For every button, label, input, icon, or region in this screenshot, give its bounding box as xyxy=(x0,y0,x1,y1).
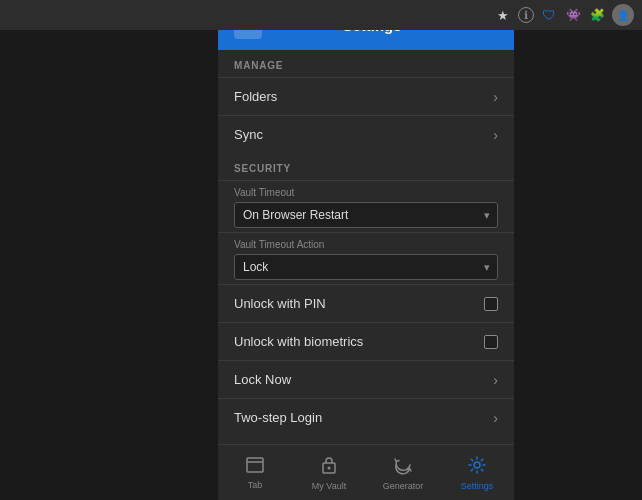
folders-chevron-icon: › xyxy=(493,89,498,105)
nav-my-vault[interactable]: My Vault xyxy=(292,445,366,500)
lock-now-label: Lock Now xyxy=(234,372,493,387)
vault-nav-icon xyxy=(321,455,337,478)
unlock-biometrics-label: Unlock with biometrics xyxy=(234,334,484,349)
extension1-icon[interactable]: 👾 xyxy=(564,6,582,24)
unlock-biometrics-row[interactable]: Unlock with biometrics xyxy=(218,322,514,360)
vault-timeout-action-group: Vault Timeout Action Lock Log Out xyxy=(218,232,514,284)
two-step-login-row[interactable]: Two-step Login › xyxy=(218,398,514,436)
unlock-pin-row[interactable]: Unlock with PIN xyxy=(218,284,514,322)
sync-chevron-icon: › xyxy=(493,127,498,143)
lock-now-row[interactable]: Lock Now › xyxy=(218,360,514,398)
background-right xyxy=(514,0,642,500)
vault-timeout-select[interactable]: On Browser Restart 1 Minute 5 Minutes 15… xyxy=(234,202,498,228)
puzzle-icon[interactable]: 🧩 xyxy=(588,6,606,24)
unlock-pin-label: Unlock with PIN xyxy=(234,296,484,311)
vault-timeout-group: Vault Timeout On Browser Restart 1 Minut… xyxy=(218,180,514,232)
browser-toolbar: ★ ℹ 🛡 👾 🧩 👤 xyxy=(0,0,642,30)
vault-timeout-select-wrapper: On Browser Restart 1 Minute 5 Minutes 15… xyxy=(234,202,498,228)
security-section-label: SECURITY xyxy=(218,153,514,180)
bottom-nav: Tab My Vault Generator xyxy=(218,444,514,500)
settings-content: MANAGE Folders › Sync › SECURITY Vault T… xyxy=(218,50,514,444)
two-step-login-label: Two-step Login xyxy=(234,410,493,425)
generator-nav-label: Generator xyxy=(383,481,424,491)
svg-point-4 xyxy=(474,462,480,468)
sync-row[interactable]: Sync › xyxy=(218,115,514,153)
settings-nav-label: Settings xyxy=(461,481,494,491)
vault-nav-label: My Vault xyxy=(312,481,346,491)
vault-timeout-action-select[interactable]: Lock Log Out xyxy=(234,254,498,280)
tab-nav-icon xyxy=(245,456,265,477)
account-section-label: ACCOUNT xyxy=(218,436,514,444)
shield-toolbar-icon[interactable]: 🛡 xyxy=(540,6,558,24)
folders-label: Folders xyxy=(234,89,493,104)
vault-timeout-action-label: Vault Timeout Action xyxy=(234,239,498,250)
svg-point-3 xyxy=(328,466,331,469)
generator-nav-icon xyxy=(393,455,413,478)
sync-label: Sync xyxy=(234,127,493,142)
nav-settings[interactable]: Settings xyxy=(440,445,514,500)
folders-row[interactable]: Folders › xyxy=(218,77,514,115)
nav-generator[interactable]: Generator xyxy=(366,445,440,500)
info-toolbar-icon[interactable]: ℹ xyxy=(518,7,534,23)
unlock-biometrics-checkbox[interactable] xyxy=(484,335,498,349)
user-avatar[interactable]: 👤 xyxy=(612,4,634,26)
background-left xyxy=(0,0,218,500)
lock-now-chevron-icon: › xyxy=(493,372,498,388)
settings-nav-icon xyxy=(467,455,487,478)
settings-panel: ↩ Settings MANAGE Folders › Sync › SECUR… xyxy=(218,0,514,500)
two-step-login-chevron-icon: › xyxy=(493,410,498,426)
vault-timeout-action-select-wrapper: Lock Log Out xyxy=(234,254,498,280)
vault-timeout-label: Vault Timeout xyxy=(234,187,498,198)
nav-tab[interactable]: Tab xyxy=(218,445,292,500)
svg-rect-0 xyxy=(247,458,263,472)
manage-section-label: MANAGE xyxy=(218,50,514,77)
tab-nav-label: Tab xyxy=(248,480,263,490)
unlock-pin-checkbox[interactable] xyxy=(484,297,498,311)
star-toolbar-icon[interactable]: ★ xyxy=(494,6,512,24)
